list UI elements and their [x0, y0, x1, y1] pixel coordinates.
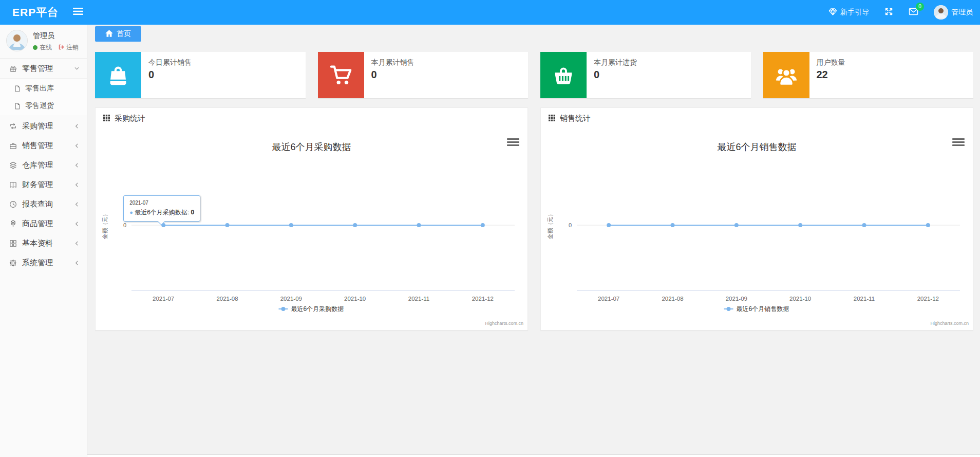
- sidebar: 管理员 在线 注销 零售管理零售出库零售退货采购管理销售管理仓库管理财务管理报表…: [0, 25, 87, 457]
- svg-text:2021-11: 2021-11: [854, 296, 875, 302]
- guide-button[interactable]: 新手引导: [828, 7, 869, 17]
- th-grid-icon: [103, 114, 110, 123]
- sidebar-item-label: 采购管理: [22, 121, 53, 131]
- stat-card: 今日累计销售0: [95, 52, 306, 98]
- chevron-left-icon: [74, 221, 80, 227]
- user-menu[interactable]: 管理员: [934, 5, 973, 20]
- sidebar-item[interactable]: 基本资料: [0, 233, 87, 253]
- sidebar-toggle-button[interactable]: [73, 7, 83, 18]
- message-badge: 0: [916, 3, 924, 11]
- sidebar-item[interactable]: 商品管理: [0, 214, 87, 233]
- main-content: 首页 今日累计销售0本月累计销售0本月累计进货0用户数量22 采购统计 最近6个…: [87, 25, 980, 457]
- panel-title: 采购统计: [115, 114, 145, 123]
- sidebar-avatar: [6, 30, 28, 51]
- gift-icon: [9, 64, 17, 73]
- hamburger-icon: [73, 7, 83, 18]
- stat-card-value: 0: [148, 69, 192, 81]
- user-label: 管理员: [951, 8, 973, 17]
- tab-home[interactable]: 首页: [95, 26, 141, 42]
- sidebar-submenu: 零售出库零售退货: [0, 78, 87, 116]
- svg-text:0: 0: [569, 222, 572, 228]
- stat-card: 本月累计进货0: [540, 52, 751, 98]
- sidebar-menu: 零售管理零售出库零售退货采购管理销售管理仓库管理财务管理报表查询商品管理基本资料…: [0, 59, 87, 272]
- sidebar-subitem-label: 零售出库: [25, 84, 54, 93]
- svg-text:Highcharts.com.cn: Highcharts.com.cn: [485, 321, 523, 326]
- svg-text:0: 0: [123, 222, 126, 228]
- chart-tooltip: 2021-07● 最近6个月采购数据: 0: [123, 195, 200, 222]
- stat-card-label: 今日累计销售: [148, 58, 192, 67]
- layers-icon: [9, 161, 17, 170]
- chevron-left-icon: [74, 202, 80, 207]
- svg-text:Highcharts.com.cn: Highcharts.com.cn: [930, 321, 969, 326]
- clock-icon: [9, 200, 17, 209]
- logout-icon: [58, 44, 65, 52]
- users-icon: [763, 52, 809, 98]
- sidebar-item[interactable]: 报表查询: [0, 194, 87, 214]
- chart-export-menu-icon[interactable]: [507, 137, 519, 147]
- stat-card: 用户数量22: [763, 52, 974, 98]
- bag-icon: [95, 52, 141, 98]
- page-footer: [87, 454, 980, 457]
- svg-text:2021-11: 2021-11: [408, 296, 429, 302]
- doc-icon: [13, 102, 21, 110]
- fullscreen-icon: [884, 7, 893, 17]
- svg-text:2021-07: 2021-07: [598, 296, 619, 302]
- svg-text:2021-08: 2021-08: [216, 296, 238, 302]
- svg-text:最近6个月销售数据: 最近6个月销售数据: [737, 305, 789, 313]
- svg-text:金额（元）: 金额（元）: [547, 211, 553, 240]
- online-status-icon: [33, 45, 37, 50]
- sidebar-item-label: 仓库管理: [22, 160, 53, 170]
- sidebar-item[interactable]: 销售管理: [0, 136, 87, 155]
- sidebar-subitem-label: 零售退货: [25, 101, 54, 111]
- sidebar-item-label: 财务管理: [22, 180, 53, 190]
- guide-label: 新手引导: [840, 8, 869, 17]
- series-dot-icon: ●: [129, 209, 133, 215]
- messages-button[interactable]: 0: [909, 7, 918, 17]
- sales-chart-canvas[interactable]: 最近6个月销售数据0金额（元）2021-072021-082021-092021…: [541, 129, 973, 330]
- chevron-left-icon: [74, 162, 80, 168]
- svg-text:2021-09: 2021-09: [280, 296, 302, 302]
- chevron-left-icon: [74, 123, 80, 129]
- svg-text:金额（元）: 金额（元）: [102, 211, 108, 240]
- svg-text:2021-09: 2021-09: [726, 296, 747, 302]
- grid-icon: [9, 239, 17, 248]
- box-icon: [9, 220, 17, 228]
- stat-card: 本月累计销售0: [318, 52, 529, 98]
- logout-button[interactable]: 注销: [58, 43, 79, 52]
- sidebar-item[interactable]: 零售管理: [0, 59, 87, 78]
- panel-header: 销售统计: [541, 108, 973, 129]
- th-grid-icon: [549, 114, 555, 123]
- fullscreen-button[interactable]: [884, 7, 893, 17]
- stat-card-label: 用户数量: [817, 58, 845, 67]
- charts-row: 采购统计 最近6个月采购数据0金额（元）2021-072021-082021-0…: [87, 98, 980, 331]
- online-status-label: 在线: [40, 43, 52, 52]
- panel-title: 销售统计: [560, 114, 591, 123]
- stat-card-value: 0: [594, 69, 637, 81]
- chart-export-menu-icon[interactable]: [952, 137, 965, 147]
- sidebar-user-block: 管理员 在线 注销: [0, 25, 87, 59]
- svg-text:2021-07: 2021-07: [153, 296, 174, 302]
- stat-card-label: 本月累计销售: [371, 58, 414, 67]
- sidebar-user-name: 管理员: [33, 31, 79, 41]
- book-icon: [9, 180, 17, 189]
- tooltip-series-label: 最近6个月采购数据:: [135, 209, 189, 216]
- sidebar-item-label: 基本资料: [22, 239, 53, 248]
- sidebar-item-label: 商品管理: [22, 219, 53, 229]
- sidebar-item[interactable]: 仓库管理: [0, 155, 87, 175]
- chevron-left-icon: [74, 143, 80, 149]
- home-icon: [105, 30, 113, 39]
- svg-text:2021-10: 2021-10: [344, 296, 366, 302]
- sidebar-item[interactable]: 采购管理: [0, 116, 87, 136]
- svg-text:2021-08: 2021-08: [662, 296, 683, 302]
- sidebar-subitem[interactable]: 零售退货: [0, 97, 87, 115]
- sidebar-item-label: 零售管理: [22, 64, 53, 74]
- app-brand: ERP平台: [12, 5, 59, 20]
- sidebar-subitem[interactable]: 零售出库: [0, 80, 87, 97]
- chevron-left-icon: [74, 182, 80, 188]
- basket-icon: [540, 52, 587, 98]
- sidebar-item[interactable]: 系统管理: [0, 253, 87, 272]
- avatar: [934, 5, 948, 20]
- svg-text:2021-10: 2021-10: [789, 296, 811, 302]
- sidebar-item[interactable]: 财务管理: [0, 175, 87, 194]
- purchase-chart-canvas[interactable]: 最近6个月采购数据0金额（元）2021-072021-082021-092021…: [96, 129, 527, 330]
